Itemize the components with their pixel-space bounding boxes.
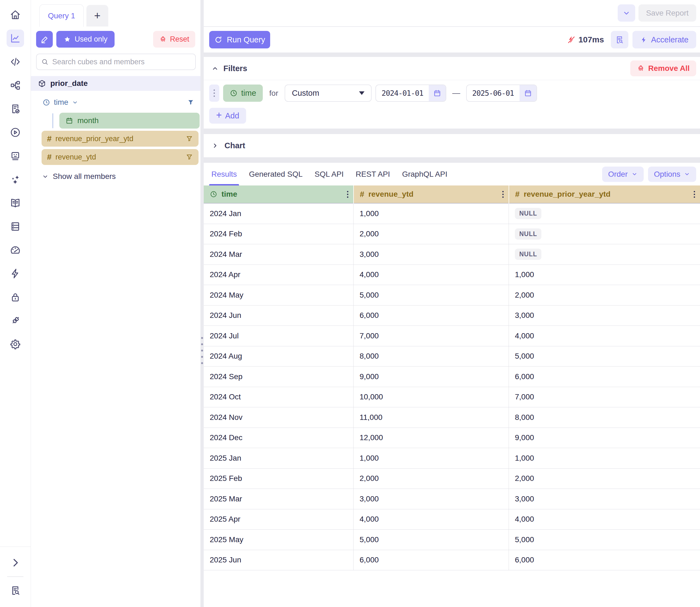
measure-revenue-prior-year-ytd[interactable]: # revenue_prior_year_ytd <box>42 131 198 147</box>
granularity-month-chip[interactable]: month <box>59 113 199 129</box>
cell-revenue-prior-year-ytd: 3,000 <box>509 489 700 509</box>
query-duration: 107ms <box>567 35 604 44</box>
null-badge: NULL <box>515 228 542 239</box>
tab-query-1[interactable]: Query 1 <box>39 4 84 27</box>
column-label: revenue_prior_year_ytd <box>524 190 611 198</box>
measure-label: revenue_ytd <box>56 153 96 161</box>
table-row: 2025 Mar 3,000 3,000 <box>204 489 700 509</box>
measure-revenue-ytd[interactable]: # revenue_ytd <box>42 149 198 165</box>
drag-handle-icon[interactable] <box>201 337 203 364</box>
column-header-revenue-ytd[interactable]: # revenue_ytd <box>354 186 509 204</box>
date-from-input[interactable]: 2024-01-01 <box>376 85 446 102</box>
tab-rest-api[interactable]: REST API <box>356 163 390 186</box>
clock-icon <box>42 99 50 106</box>
column-menu-icon[interactable] <box>502 191 504 198</box>
home-icon[interactable] <box>6 6 24 23</box>
dimension-time[interactable]: time <box>42 95 194 109</box>
chevron-down-icon <box>631 171 638 177</box>
chevron-right-icon[interactable] <box>6 554 24 571</box>
table-row: 2024 Aug 8,000 5,000 <box>204 346 700 367</box>
accelerate-button[interactable]: Accelerate <box>633 31 696 48</box>
cell-time: 2024 Jun <box>204 306 353 326</box>
filter-member-chip[interactable]: time <box>223 85 263 102</box>
date-to-input[interactable]: 2025-06-01 <box>466 85 537 102</box>
order-button[interactable]: Order <box>602 167 644 182</box>
cell-revenue-ytd: 4,000 <box>353 265 509 285</box>
reset-button[interactable]: Reset <box>153 31 195 48</box>
filter-drag-handle[interactable] <box>209 85 219 102</box>
tab-results[interactable]: Results <box>211 163 237 186</box>
table-row: 2024 Apr 4,000 1,000 <box>204 265 700 285</box>
used-only-toggle[interactable]: Used only <box>56 31 114 48</box>
cell-revenue-ytd: 3,000 <box>353 244 509 265</box>
schema-icon[interactable] <box>6 77 24 94</box>
code-icon[interactable] <box>6 53 24 70</box>
book-icon[interactable] <box>6 194 24 212</box>
filter-funnel-icon[interactable] <box>186 135 193 143</box>
date-range-separator: — <box>452 89 460 98</box>
cell-revenue-ytd: 7,000 <box>353 326 509 346</box>
cell-revenue-ytd: 2,000 <box>353 468 509 489</box>
save-report-menu-button[interactable] <box>618 4 635 22</box>
run-query-button[interactable]: Run Query <box>209 31 270 48</box>
lock-icon[interactable] <box>6 288 24 306</box>
options-button[interactable]: Options <box>648 167 697 182</box>
gauge-icon[interactable] <box>6 241 24 259</box>
tab-graphql-api[interactable]: GraphQL API <box>402 163 447 186</box>
table-row: 2024 Oct 10,000 7,000 <box>204 387 700 407</box>
cell-time: 2025 Mar <box>204 489 353 509</box>
panel-resize-gutter[interactable] <box>200 0 204 607</box>
chevron-down-icon <box>42 173 49 180</box>
gear-icon[interactable] <box>6 335 24 353</box>
cell-revenue-prior-year-ytd: 8,000 <box>509 407 700 427</box>
column-menu-icon[interactable] <box>347 191 348 198</box>
line-chart-icon[interactable] <box>6 29 24 47</box>
cell-time: 2024 Sep <box>204 367 353 387</box>
query-sidebar: Query 1 + Used only Reset prior_date <box>31 0 200 607</box>
filter-member-label: time <box>241 89 256 98</box>
chart-section-toggle[interactable]: Chart <box>204 134 700 157</box>
edit-button[interactable] <box>36 31 53 48</box>
column-header-time[interactable]: time <box>204 186 353 204</box>
remove-all-filters-button[interactable]: Remove All <box>630 60 696 76</box>
add-filter-button[interactable]: + Add <box>209 108 246 124</box>
cube-prior-date[interactable]: prior_date <box>31 76 200 91</box>
refresh-icon <box>214 36 222 44</box>
filters-collapse-toggle[interactable]: Filters <box>211 64 247 73</box>
chevron-down-icon[interactable] <box>72 99 78 106</box>
sparkles-icon[interactable] <box>6 171 24 188</box>
save-report-button[interactable]: Save Report <box>638 4 696 22</box>
cell-revenue-prior-year-ytd: 4,000 <box>509 326 700 346</box>
calendar-button[interactable] <box>519 85 536 101</box>
column-header-revenue-prior-year-ytd[interactable]: # revenue_prior_year_ytd <box>509 186 700 204</box>
calendar-button[interactable] <box>429 85 446 101</box>
cell-time: 2025 Apr <box>204 509 353 529</box>
show-all-members-toggle[interactable]: Show all members <box>42 170 116 183</box>
search-box <box>36 54 196 70</box>
cube-name: prior_date <box>50 79 88 88</box>
duration-value: 107ms <box>579 35 604 44</box>
document-check-icon[interactable] <box>6 100 24 118</box>
sidebar-controls: Used only Reset <box>36 31 195 48</box>
cell-revenue-ytd: 5,000 <box>353 529 509 550</box>
terminal-bot-icon[interactable] <box>6 147 24 165</box>
add-query-tab-button[interactable]: + <box>86 5 108 26</box>
filter-funnel-icon[interactable] <box>186 153 193 161</box>
filters-header: Filters Remove All <box>204 57 700 80</box>
cell-revenue-ytd: 11,000 <box>353 407 509 427</box>
play-circle-icon[interactable] <box>6 124 24 141</box>
tab-sql-api[interactable]: SQL API <box>315 163 344 186</box>
search-input[interactable] <box>52 58 191 66</box>
query-inspect-button[interactable] <box>611 31 628 48</box>
lightning-icon[interactable] <box>6 265 24 282</box>
document-search-icon[interactable] <box>6 582 24 599</box>
column-menu-icon[interactable] <box>694 191 695 198</box>
table-row: 2025 Feb 2,000 2,000 <box>204 468 700 489</box>
database-rack-icon[interactable] <box>6 218 24 235</box>
filter-funnel-filled-icon[interactable] <box>187 99 194 106</box>
filter-operator-select[interactable]: Custom <box>285 85 372 102</box>
cell-time: 2024 Dec <box>204 428 353 448</box>
plug-icon[interactable] <box>6 312 24 329</box>
tab-generated-sql[interactable]: Generated SQL <box>249 163 302 186</box>
remove-all-label: Remove All <box>648 64 690 73</box>
